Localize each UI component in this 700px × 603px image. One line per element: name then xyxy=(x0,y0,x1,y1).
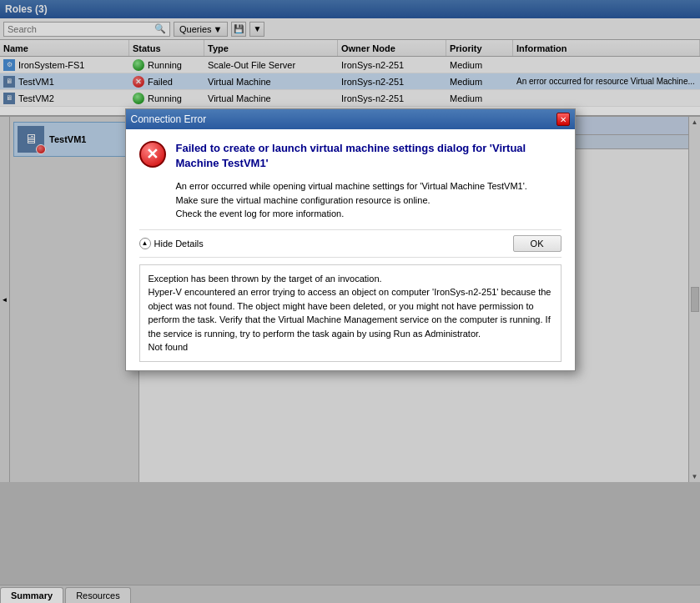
modal-title: Connection Error xyxy=(131,113,207,125)
modal-titlebar: Connection Error ✕ xyxy=(126,109,575,129)
modal-desc-line3: Check the event log for more information… xyxy=(176,209,345,219)
modal-description: An error occurred while opening virtual … xyxy=(139,179,562,221)
hide-details-label: Hide Details xyxy=(154,239,204,249)
modal-details-text: Exception has been thrown by the target … xyxy=(139,264,562,362)
modal-desc-line1: An error occurred while opening virtual … xyxy=(176,181,527,191)
modal-actions: ▲ Hide Details OK xyxy=(139,229,562,258)
modal-details-content: Exception has been thrown by the target … xyxy=(149,274,554,353)
hide-details-button[interactable]: ▲ Hide Details xyxy=(139,238,204,249)
ok-button[interactable]: OK xyxy=(513,235,562,252)
modal-body: ✕ Failed to create or launch virtual mac… xyxy=(126,129,575,370)
modal-error-row: ✕ Failed to create or launch virtual mac… xyxy=(139,141,562,171)
connection-error-dialog: Connection Error ✕ ✕ Failed to create or… xyxy=(125,108,576,371)
chevron-up-icon: ▲ xyxy=(139,238,151,249)
modal-close-button[interactable]: ✕ xyxy=(556,113,570,126)
big-error-icon: ✕ xyxy=(139,141,166,168)
modal-error-title: Failed to create or launch virtual machi… xyxy=(176,141,562,171)
modal-desc-line2: Make sure the virtual machine configurat… xyxy=(176,195,431,205)
modal-overlay: Connection Error ✕ ✕ Failed to create or… xyxy=(0,0,700,603)
